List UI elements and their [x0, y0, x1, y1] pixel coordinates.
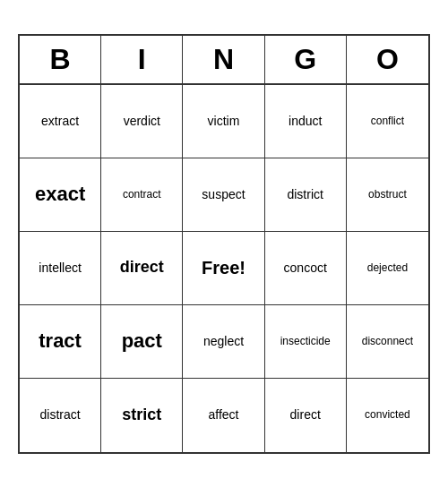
cell-text-r4-c0: distract — [40, 407, 81, 423]
cell-r2-c3: concoct — [265, 232, 347, 305]
bingo-header: BINGO — [20, 36, 428, 85]
cell-text-r2-c0: intellect — [39, 261, 81, 276]
cell-text-r1-c4: obstruct — [368, 188, 407, 201]
cell-r4-c4: convicted — [347, 379, 428, 452]
cell-text-r1-c0: exact — [35, 183, 85, 206]
cell-r2-c1: direct — [101, 232, 183, 305]
cell-text-r2-c2: Free! — [202, 257, 246, 278]
cell-r1-c1: contract — [101, 158, 183, 232]
cell-text-r4-c3: direct — [290, 407, 321, 423]
cell-text-r0-c2: victim — [208, 114, 240, 129]
cell-r1-c0: exact — [20, 158, 101, 232]
cell-r4-c3: direct — [265, 379, 347, 452]
cell-r0-c4: conflict — [347, 85, 428, 158]
cell-r1-c4: obstruct — [347, 158, 428, 232]
cell-text-r2-c4: dejected — [367, 261, 408, 274]
cell-text-r3-c0: tract — [39, 329, 82, 353]
cell-text-r3-c2: neglect — [203, 334, 244, 349]
cell-r2-c0: intellect — [20, 232, 101, 305]
cell-text-r3-c3: insecticide — [280, 335, 331, 347]
cell-text-r0-c4: conflict — [371, 115, 404, 127]
cell-text-r1-c2: suspect — [202, 187, 245, 202]
cell-r0-c0: extract — [20, 85, 101, 158]
cell-text-r1-c1: contract — [123, 188, 161, 201]
cell-text-r2-c3: concoct — [284, 261, 327, 276]
cell-r0-c2: victim — [183, 85, 264, 158]
cell-r2-c2: Free! — [183, 232, 264, 305]
header-letter-i: I — [101, 36, 183, 83]
header-letter-o: O — [347, 36, 428, 83]
header-letter-n: N — [183, 36, 264, 83]
cell-r1-c2: suspect — [183, 158, 264, 232]
cell-r3-c3: insecticide — [265, 305, 347, 379]
cell-r4-c1: strict — [101, 379, 183, 452]
bingo-grid: extractverdictvictiminductconflictexactc… — [20, 85, 428, 452]
cell-text-r1-c3: district — [287, 187, 323, 202]
cell-r4-c0: distract — [20, 379, 101, 452]
cell-r3-c0: tract — [20, 305, 101, 379]
cell-text-r0-c1: verdict — [124, 114, 160, 129]
cell-text-r4-c1: strict — [122, 406, 161, 425]
cell-r0-c3: induct — [265, 85, 347, 158]
cell-text-r3-c1: pact — [122, 329, 162, 353]
cell-r3-c1: pact — [101, 305, 183, 379]
cell-r2-c4: dejected — [347, 232, 428, 305]
bingo-card: BINGO extractverdictvictiminductconflict… — [18, 34, 430, 454]
cell-text-r4-c4: convicted — [365, 408, 410, 421]
cell-r1-c3: district — [265, 158, 347, 232]
header-letter-g: G — [265, 36, 347, 83]
cell-r3-c4: disconnect — [347, 305, 428, 379]
header-letter-b: B — [20, 36, 101, 83]
cell-text-r0-c3: induct — [289, 114, 322, 129]
cell-text-r4-c2: affect — [208, 407, 238, 423]
cell-text-r3-c4: disconnect — [362, 335, 413, 347]
cell-r0-c1: verdict — [101, 85, 183, 158]
cell-r3-c2: neglect — [183, 305, 264, 379]
cell-r4-c2: affect — [183, 379, 264, 452]
cell-text-r2-c1: direct — [120, 258, 164, 278]
cell-text-r0-c0: extract — [41, 114, 79, 129]
